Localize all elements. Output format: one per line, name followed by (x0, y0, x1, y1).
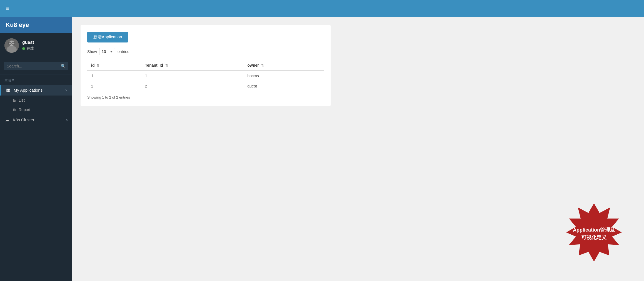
sort-icon-owner: ⇅ (261, 64, 264, 67)
nav-item-label-my-applications: My Applications (14, 88, 65, 92)
annotation-line2: 可视化定义 (581, 235, 606, 240)
cell-owner-0: hpcms (244, 71, 324, 81)
sidebar: Ku8 eye (0, 17, 72, 281)
sort-icon-id: ⇅ (97, 64, 99, 67)
sidebar-sub-item-list[interactable]: 🗎 List (0, 96, 72, 105)
sidebar-brand: Ku8 eye (0, 17, 72, 33)
show-entries-row: Show 10 25 50 100 entries (87, 48, 324, 55)
nav-item-label-k8s: K8s Cluster (13, 117, 66, 122)
grid-icon: ▦ (5, 87, 11, 93)
cell-tenant-0: 1 (141, 71, 244, 81)
avatar-image (4, 38, 19, 53)
content-area: 新增Application Show 10 25 50 100 entries … (72, 17, 644, 281)
sort-icon-tenant: ⇅ (165, 64, 168, 67)
table-body: 1 1 hpcms 2 2 guest (87, 71, 324, 91)
report-doc-icon: 🗎 (13, 108, 16, 112)
starburst-shape: Application管理及 可视化定义 (561, 203, 627, 264)
chevron-left-icon: < (66, 118, 68, 122)
showing-label: Showing 1 to 2 of 2 entries (87, 95, 324, 99)
status-row: 在线 (22, 46, 34, 51)
table-row: 2 2 guest (87, 81, 324, 91)
starburst-annotation: Application管理及 可视化定义 (561, 203, 627, 264)
status-dot (22, 47, 25, 50)
main-layout: Ku8 eye (0, 17, 644, 281)
entries-label: entries (118, 49, 129, 54)
cell-tenant-1: 2 (141, 81, 244, 91)
annotation-line1: Application管理及 (573, 227, 615, 233)
sidebar-sub-item-report[interactable]: 🗎 Report (0, 105, 72, 114)
add-application-button[interactable]: 新增Application (87, 32, 128, 42)
svg-point-3 (7, 46, 17, 53)
sidebar-item-my-applications[interactable]: ▦ My Applications ∨ (0, 85, 72, 96)
column-header-owner[interactable]: owner ⇅ (244, 60, 324, 71)
column-header-tenant-id[interactable]: Tenant_Id ⇅ (141, 60, 244, 71)
cloud-icon: ☁ (4, 117, 10, 122)
username-label: guest (22, 40, 34, 45)
search-box: 🔍 (4, 62, 68, 70)
user-info: guest 在线 (22, 40, 34, 51)
list-doc-icon: 🗎 (13, 98, 16, 102)
column-header-id[interactable]: id ⇅ (87, 60, 141, 71)
table-header: id ⇅ Tenant_Id ⇅ owner ⇅ (87, 60, 324, 71)
nav-section-label: 主菜单 (0, 74, 72, 85)
search-container: 🔍 (0, 58, 72, 74)
content-card: 新增Application Show 10 25 50 100 entries … (81, 25, 331, 106)
applications-table: id ⇅ Tenant_Id ⇅ owner ⇅ (87, 60, 324, 91)
brand-title: Ku8 eye (6, 21, 29, 29)
avatar (4, 38, 19, 53)
nav-sub-label-list: List (19, 98, 25, 102)
user-profile-section: guest 在线 (0, 33, 72, 58)
col-owner-label: owner (248, 63, 259, 67)
status-label: 在线 (26, 46, 34, 51)
starburst-text: Application管理及 可视化定义 (573, 226, 615, 241)
sidebar-item-k8s-cluster[interactable]: ☁ K8s Cluster < (0, 114, 72, 125)
search-icon[interactable]: 🔍 (61, 64, 66, 68)
hamburger-icon[interactable]: ≡ (6, 5, 9, 12)
nav-sub-label-report: Report (19, 107, 30, 112)
show-label: Show (87, 49, 97, 54)
chevron-down-icon: ∨ (65, 88, 68, 92)
search-input[interactable] (7, 64, 61, 68)
cell-id-1: 2 (87, 81, 141, 91)
entries-select[interactable]: 10 25 50 100 (99, 48, 115, 55)
col-tenant-label: Tenant_Id (145, 63, 163, 67)
table-row: 1 1 hpcms (87, 71, 324, 81)
cell-owner-1: guest (244, 81, 324, 91)
col-id-label: id (91, 63, 94, 67)
cell-id-0: 1 (87, 71, 141, 81)
top-header: ≡ (0, 0, 644, 17)
